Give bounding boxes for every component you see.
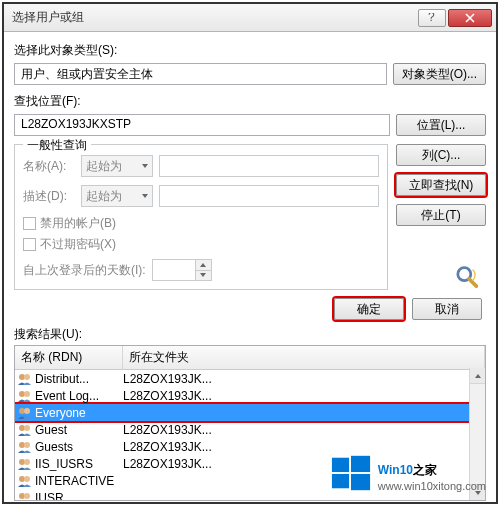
location-label: 查找位置(F): [14,93,486,110]
table-row[interactable]: Everyone [15,404,485,421]
object-type-field: 用户、组或内置安全主体 [14,63,387,85]
watermark: Win10之家 www.win10xitong.com [330,452,486,494]
cancel-button[interactable]: 取消 [412,298,482,320]
object-type-label: 选择此对象类型(S): [14,42,486,59]
desc-match-select[interactable]: 起始为 [81,185,153,207]
svg-point-17 [24,493,30,499]
locations-button[interactable]: 位置(L)... [396,114,486,136]
disabled-accounts-checkbox[interactable]: 禁用的帐户(B) [23,215,379,232]
no-expire-checkbox[interactable]: 不过期密码(X) [23,236,379,253]
row-name: Distribut... [35,372,89,386]
svg-point-7 [24,408,30,414]
col-folder[interactable]: 所在文件夹 [123,346,485,369]
windows-logo-icon [330,452,372,494]
svg-rect-23 [351,474,370,490]
row-name: Guest [35,423,67,437]
row-name: Everyone [35,406,86,420]
titlebar: 选择用户或组 ? [4,4,496,32]
svg-point-3 [24,374,30,380]
spin-down-button[interactable] [196,271,211,281]
svg-point-15 [24,476,30,482]
table-row[interactable]: Event Log...L28ZOX193JK... [15,387,485,404]
checkbox-icon [23,217,36,230]
table-row[interactable]: Distribut...L28ZOX193JK... [15,370,485,387]
columns-button[interactable]: 列(C)... [396,144,486,166]
last-logon-label: 自上次登录后的天数(I): [23,262,146,279]
close-button[interactable] [448,9,492,27]
svg-point-5 [24,391,30,397]
svg-rect-21 [351,456,370,472]
svg-text:?: ? [428,13,435,23]
find-now-button[interactable]: 立即查找(N) [396,174,486,196]
table-header: 名称 (RDN) 所在文件夹 [15,346,485,370]
row-folder: L28ZOX193JK... [123,372,485,386]
watermark-title: Win10之家 [378,454,486,480]
results-label: 搜索结果(U): [14,326,486,343]
name-input[interactable] [159,155,379,177]
search-icon [450,262,486,290]
svg-rect-20 [332,458,349,472]
name-match-select[interactable]: 起始为 [81,155,153,177]
row-name: IIS_IUSRS [35,457,93,471]
col-name[interactable]: 名称 (RDN) [15,346,123,369]
object-types-button[interactable]: 对象类型(O)... [393,63,486,85]
row-name: INTERACTIVE [35,474,114,488]
watermark-url: www.win10xitong.com [378,480,486,492]
row-name: Guests [35,440,73,454]
row-folder: L28ZOX193JK... [123,423,485,437]
stop-button[interactable]: 停止(T) [396,204,486,226]
scroll-up-button[interactable] [470,368,485,384]
last-logon-field[interactable] [152,259,212,281]
row-folder: L28ZOX193JK... [123,389,485,403]
chevron-down-icon [142,194,148,198]
svg-point-9 [24,425,30,431]
table-row[interactable]: GuestL28ZOX193JK... [15,421,485,438]
help-button[interactable]: ? [418,9,446,27]
row-name: Event Log... [35,389,99,403]
svg-rect-22 [332,474,349,488]
svg-point-13 [24,459,30,465]
spin-up-button[interactable] [196,260,211,271]
row-name: IUSR [35,491,64,501]
desc-label: 描述(D): [23,188,81,205]
svg-point-11 [24,442,30,448]
location-field: L28ZOX193JKXSTP [14,114,390,136]
chevron-down-icon [142,164,148,168]
name-label: 名称(A): [23,158,81,175]
desc-input[interactable] [159,185,379,207]
common-queries-group: 一般性查询 名称(A): 起始为 描述(D): 起始为 [14,144,388,290]
checkbox-icon [23,238,36,251]
window-title: 选择用户或组 [12,9,416,26]
group-legend: 一般性查询 [23,137,91,154]
ok-button[interactable]: 确定 [334,298,404,320]
